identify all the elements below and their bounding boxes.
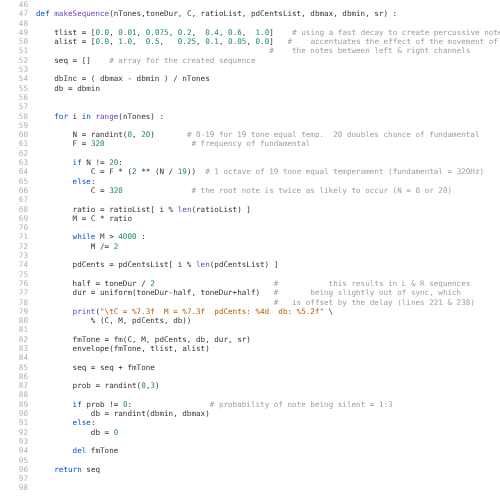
line-number: 70 xyxy=(0,223,28,232)
code-line[interactable]: N = randint(0, 20) # 0-19 for 19 tone eq… xyxy=(36,130,500,139)
code-line[interactable]: # the notes between left & right channel… xyxy=(36,46,500,55)
code-line[interactable] xyxy=(36,456,500,465)
line-number: 53 xyxy=(0,65,28,74)
code-line[interactable]: for i in range(nTones) : xyxy=(36,112,500,121)
code-line[interactable]: del fmTone xyxy=(36,446,500,455)
code-line[interactable]: print("\tC = %7.3f M = %7.3f pdCents: %4… xyxy=(36,307,500,316)
code-line[interactable]: ratio = ratioList[ i % len(ratioList) ] xyxy=(36,205,500,214)
code-line[interactable]: half = toneDur / 2 # this results in L &… xyxy=(36,279,500,288)
code-line[interactable]: db = 0 xyxy=(36,428,500,437)
line-number: 97 xyxy=(0,474,28,483)
line-number: 82 xyxy=(0,335,28,344)
line-number: 67 xyxy=(0,195,28,204)
code-line[interactable]: db = dbmin xyxy=(36,84,500,93)
line-number: 55 xyxy=(0,84,28,93)
code-line[interactable] xyxy=(36,483,500,492)
code-line[interactable] xyxy=(36,19,500,28)
line-number: 96 xyxy=(0,465,28,474)
line-number: 77 xyxy=(0,288,28,297)
code-line[interactable]: db = randint(dbmin, dbmax) xyxy=(36,409,500,418)
code-line[interactable] xyxy=(36,102,500,111)
code-line[interactable] xyxy=(36,372,500,381)
code-line[interactable]: return seq xyxy=(36,465,500,474)
line-number: 47 xyxy=(0,9,28,18)
code-line[interactable] xyxy=(36,65,500,74)
code-line[interactable] xyxy=(36,270,500,279)
line-number: 85 xyxy=(0,363,28,372)
line-number: 76 xyxy=(0,279,28,288)
line-number: 79 xyxy=(0,307,28,316)
code-line[interactable]: if N != 20: xyxy=(36,158,500,167)
code-line[interactable]: dur = uniform(toneDur-half, toneDur+half… xyxy=(36,288,500,297)
code-line[interactable]: alist = [0.0, 1.0, 0.5, 0.25, 0.1, 0.05,… xyxy=(36,37,500,46)
code-line[interactable]: % (C, M, pdCents, db)) xyxy=(36,316,500,325)
line-number: 73 xyxy=(0,251,28,260)
code-line[interactable]: # is offset by the delay (lines 221 & 23… xyxy=(36,298,500,307)
line-number: 78 xyxy=(0,298,28,307)
line-number: 75 xyxy=(0,270,28,279)
code-line[interactable] xyxy=(36,474,500,483)
code-line[interactable]: def makeSequence(nTones,toneDur, C, rati… xyxy=(36,9,500,18)
code-line[interactable] xyxy=(36,0,500,9)
line-number: 61 xyxy=(0,139,28,148)
code-line[interactable] xyxy=(36,121,500,130)
line-number: 48 xyxy=(0,19,28,28)
code-line[interactable]: M /= 2 xyxy=(36,242,500,251)
line-number: 84 xyxy=(0,353,28,362)
line-number: 87 xyxy=(0,381,28,390)
code-line[interactable]: C = 320 # the root note is twice as like… xyxy=(36,186,500,195)
line-number: 46 xyxy=(0,0,28,9)
line-number: 93 xyxy=(0,437,28,446)
line-number: 59 xyxy=(0,121,28,130)
code-line[interactable]: prob = randint(0,3) xyxy=(36,381,500,390)
code-line[interactable]: else: xyxy=(36,177,500,186)
code-line[interactable]: M = C * ratio xyxy=(36,214,500,223)
line-number: 54 xyxy=(0,74,28,83)
line-number: 89 xyxy=(0,400,28,409)
line-number: 91 xyxy=(0,418,28,427)
code-line[interactable] xyxy=(36,149,500,158)
code-line[interactable]: F = 320 # frequency of fundamental xyxy=(36,139,500,148)
code-line[interactable]: else: xyxy=(36,418,500,427)
line-number: 57 xyxy=(0,102,28,111)
line-number: 98 xyxy=(0,483,28,492)
code-line[interactable]: tlist = [0.0, 0.01, 0.075, 0.2, 0.4, 0.6… xyxy=(36,28,500,37)
code-line[interactable] xyxy=(36,353,500,362)
line-number: 52 xyxy=(0,56,28,65)
code-line[interactable] xyxy=(36,93,500,102)
code-line[interactable]: dbInc = ( dbmax - dbmin ) / nTones xyxy=(36,74,500,83)
line-number: 72 xyxy=(0,242,28,251)
code-line[interactable]: envelope(fmTone, tlist, alist) xyxy=(36,344,500,353)
code-line[interactable]: C = F * (2 ** (N / 19)) # 1 octave of 19… xyxy=(36,167,500,176)
line-number: 71 xyxy=(0,232,28,241)
line-number: 90 xyxy=(0,409,28,418)
line-number: 64 xyxy=(0,167,28,176)
code-line[interactable] xyxy=(36,325,500,334)
line-number: 62 xyxy=(0,149,28,158)
code-line[interactable]: while M > 4000 : xyxy=(36,232,500,241)
code-line[interactable]: pdCents = pdCentsList[ i % len(pdCentsLi… xyxy=(36,260,500,269)
line-number: 69 xyxy=(0,214,28,223)
line-number: 80 xyxy=(0,316,28,325)
code-line[interactable]: seq = [] # array for the created sequenc… xyxy=(36,56,500,65)
line-number: 58 xyxy=(0,112,28,121)
line-number: 88 xyxy=(0,390,28,399)
line-number: 60 xyxy=(0,130,28,139)
code-line[interactable] xyxy=(36,390,500,399)
line-number: 94 xyxy=(0,446,28,455)
code-line[interactable]: fmTone = fm(C, M, pdCents, db, dur, sr) xyxy=(36,335,500,344)
line-number: 81 xyxy=(0,325,28,334)
code-line[interactable]: seq = seq + fmTone xyxy=(36,363,500,372)
line-number: 83 xyxy=(0,344,28,353)
code-line[interactable]: if prob != 0: # probability of note bein… xyxy=(36,400,500,409)
code-area[interactable]: def makeSequence(nTones,toneDur, C, rati… xyxy=(34,0,500,493)
line-number: 51 xyxy=(0,46,28,55)
code-line[interactable] xyxy=(36,251,500,260)
code-line[interactable] xyxy=(36,437,500,446)
code-line[interactable] xyxy=(36,195,500,204)
line-number: 50 xyxy=(0,37,28,46)
code-line[interactable] xyxy=(36,223,500,232)
code-editor[interactable]: 4647484950515253545556575859606162636465… xyxy=(0,0,500,493)
line-number: 66 xyxy=(0,186,28,195)
line-number: 49 xyxy=(0,28,28,37)
